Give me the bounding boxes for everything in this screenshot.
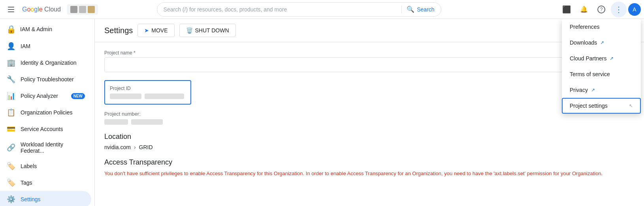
sidebar: 🔒 IAM & Admin 👤 IAM 🏢 Identity & Organiz… [0,19,95,206]
hamburger-menu-button[interactable] [3,2,19,17]
sidebar-item-service-accounts[interactable]: 💳 Service Accounts [0,121,91,137]
more-vert-icon: ⋮ [615,5,623,14]
downloads-external-icon: ↗ [600,40,604,45]
settings-icon: ⚙️ [6,195,16,204]
sidebar-item-settings[interactable]: ⚙️ Settings [0,191,91,206]
labels-icon: 🏷️ [6,162,16,170]
shutdown-button[interactable]: 🗑️ SHUT DOWN [179,24,236,37]
cloud-partners-label: Cloud Partners [570,55,606,62]
tags-icon: 🏷️ [6,178,16,187]
sidebar-title: IAM & Admin [20,26,52,32]
project-id-blurred-1 [110,94,141,99]
sidebar-item-identity-organization[interactable]: 🏢 Identity & Organization [0,54,91,71]
project-id-label: Project ID [110,86,186,91]
iam-admin-icon: 🔒 [6,24,16,34]
move-button-label: MOVE [151,27,168,34]
location-org: nvidia.com [104,144,131,150]
cursor-icon: ↖ [629,103,633,109]
page-title: Settings [104,26,133,35]
access-transparency-section: Access Transparency You don't have suffi… [104,158,635,178]
access-transparency-title: Access Transparency [104,158,635,167]
terminal-button[interactable]: ⬛ [559,2,574,17]
help-icon: ? [597,6,605,13]
search-bar: 🔍 Search [157,2,441,17]
sidebar-item-workload-identity[interactable]: 🔗 Workload Identity Federat... [0,137,91,158]
topbar-right: ⬛ 🔔 ? ⋮ A [559,2,641,17]
search-input[interactable] [164,6,397,13]
dropdown-item-privacy[interactable]: Privacy ↗ [562,82,641,98]
terminal-icon: ⬛ [562,5,571,14]
sidebar-item-label: Tags [21,180,85,186]
downloads-label: Downloads [570,39,597,46]
sidebar-item-policy-troubleshooter[interactable]: 🔧 Policy Troubleshooter [0,71,91,88]
bell-icon: 🔔 [580,6,588,13]
search-divider [401,6,402,13]
new-badge: NEW [71,93,85,99]
search-button[interactable]: 🔍 Search [407,6,434,13]
sidebar-item-label: Policy Troubleshooter [21,76,85,82]
project-number-field: Project number: [104,111,635,125]
project-number-blurred-1 [104,119,128,125]
project-number-value [104,119,635,125]
sidebar-item-tags[interactable]: 🏷️ Tags [0,174,91,191]
access-warning-text: You don't have sufficient privileges to … [104,170,635,178]
org-policies-icon: 📋 [6,108,16,117]
sidebar-item-label: Organization Policies [21,109,85,116]
service-accounts-icon: 💳 [6,125,16,133]
dropdown-item-downloads[interactable]: Downloads ↗ [562,35,641,51]
project-number-blurred-2 [131,119,163,125]
help-button[interactable]: ? [593,2,609,17]
dropdown-menu: Preferences Downloads ↗ Cloud Partners ↗… [562,19,641,114]
notifications-button[interactable]: 🔔 [576,2,592,17]
dropdown-item-project-settings[interactable]: Project settings ↖ [562,98,641,114]
sidebar-item-organization-policies[interactable]: 📋 Organization Policies [0,104,91,121]
avatar[interactable]: A [628,3,641,16]
logo-text: Google Cloud [22,6,61,13]
privacy-external-icon: ↗ [591,87,595,93]
sidebar-item-label: IAM [21,43,85,49]
shutdown-button-label: SHUT DOWN [195,27,229,34]
search-button-label: Search [417,6,434,13]
sidebar-header: 🔒 IAM & Admin [0,19,94,38]
sidebar-item-label: Workload Identity Federat... [21,141,85,154]
project-selector[interactable] [67,4,98,15]
dropdown-item-preferences[interactable]: Preferences [562,19,641,35]
project-id-blurred-2 [145,94,184,99]
sidebar-item-labels[interactable]: 🏷️ Labels [0,158,91,174]
sidebar-item-label: Labels [21,163,85,169]
hamburger-icon [6,5,16,14]
location-arrow: › [134,144,136,150]
topbar-left: Google Cloud [3,2,98,17]
topbar: Google Cloud 🔍 Search ⬛ 🔔 ? [0,0,644,19]
google-cloud-logo[interactable]: Google Cloud [22,6,61,13]
sidebar-item-policy-analyzer[interactable]: 📊 Policy Analyzer NEW [0,88,91,104]
terms-label: Terms of service [570,71,610,77]
sidebar-item-label: Policy Analyzer [21,93,65,99]
avatar-initial: A [633,6,636,13]
project-name-label: Project name * [104,50,635,56]
preferences-label: Preferences [570,24,599,30]
move-icon: ➤ [144,27,149,34]
project-id-value [110,94,186,99]
policy-troubleshooter-icon: 🔧 [6,75,16,84]
project-selector-blocks [70,6,95,13]
project-settings-label: Project settings [570,103,608,109]
trash-icon: 🗑️ [186,27,193,34]
project-id-box: Project ID [104,80,191,105]
more-vert-button[interactable]: ⋮ [611,2,627,17]
project-name-input[interactable] [105,58,608,72]
privacy-label: Privacy [570,87,588,93]
identity-org-icon: 🏢 [6,58,16,67]
dropdown-item-terms[interactable]: Terms of service [562,66,641,82]
policy-analyzer-icon: 📊 [6,92,16,100]
project-name-field: Project name * SAVE [104,50,635,72]
location-folder: GRID [139,144,153,150]
move-button[interactable]: ➤ MOVE [137,24,174,37]
location-title: Location [104,133,635,141]
main-layout: 🔒 IAM & Admin 👤 IAM 🏢 Identity & Organiz… [0,19,644,206]
dropdown-item-cloud-partners[interactable]: Cloud Partners ↗ [562,51,641,66]
sidebar-item-iam[interactable]: 👤 IAM [0,38,91,54]
location-row: nvidia.com › GRID [104,144,635,150]
project-name-input-row: SAVE [104,57,635,72]
iam-icon: 👤 [6,42,16,51]
